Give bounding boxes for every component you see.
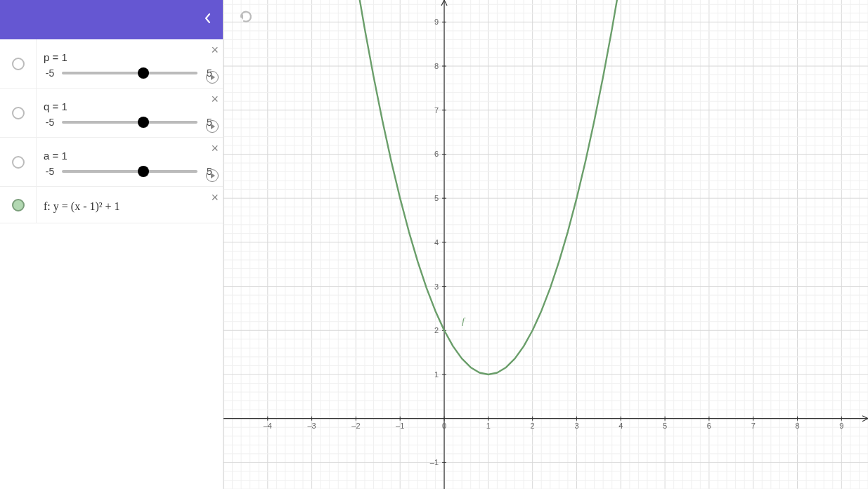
coordinate-plane[interactable]: –4–3–2–10123456789–1123456789f [224,0,868,489]
slider-thumb[interactable] [138,117,149,128]
param-visibility-toggle[interactable] [0,89,37,137]
svg-text:8: 8 [795,422,799,430]
slider-min-label: -5 [44,117,56,128]
slider-track[interactable] [62,121,197,124]
svg-text:–1: –1 [430,458,439,467]
svg-text:2: 2 [531,422,535,430]
circle-icon [12,199,25,211]
param-visibility-toggle[interactable] [0,138,37,186]
svg-text:9: 9 [839,422,843,430]
param-visibility-toggle[interactable] [0,39,37,88]
close-icon[interactable]: × [211,93,219,105]
slider-min-label: -5 [44,166,56,177]
close-icon[interactable]: × [211,142,219,155]
play-icon[interactable] [206,71,219,84]
slider-track[interactable] [62,170,197,173]
svg-text:6: 6 [434,150,439,158]
function-visibility-toggle[interactable] [0,187,37,223]
slider-track[interactable] [62,72,197,74]
slider-thumb[interactable] [138,166,149,177]
undo-icon[interactable] [238,10,254,27]
svg-text:1: 1 [434,370,439,379]
sidebar: × p = 1 -5 5 × q = 1 -5 5 [0,0,224,489]
svg-text:9: 9 [434,18,439,26]
play-icon[interactable] [206,120,219,133]
svg-text:7: 7 [434,106,439,115]
svg-text:3: 3 [434,282,439,291]
param-label: q = 1 [44,100,216,112]
close-icon[interactable]: × [211,191,219,204]
svg-text:5: 5 [663,422,667,430]
param-label: a = 1 [44,150,216,162]
circle-icon [12,58,25,70]
svg-text:f: f [462,315,466,326]
param-row-a: × a = 1 -5 5 [0,138,223,187]
svg-text:4: 4 [618,422,623,430]
function-label: f: y = (x - 1)² + 1 [44,200,216,213]
slider-min-label: -5 [44,67,56,79]
svg-text:–4: –4 [264,422,272,430]
svg-text:5: 5 [434,194,439,202]
close-icon[interactable]: × [211,44,219,56]
slider-thumb[interactable] [138,67,149,79]
param-row-p: × p = 1 -5 5 [0,39,223,89]
svg-text:0: 0 [442,422,446,430]
graph-area[interactable]: –4–3–2–10123456789–1123456789f [224,0,868,489]
function-row[interactable]: × f: y = (x - 1)² + 1 [0,187,223,223]
svg-text:8: 8 [434,62,439,70]
sidebar-header [0,0,223,39]
svg-text:1: 1 [486,422,491,430]
svg-text:6: 6 [707,422,711,430]
circle-icon [12,156,25,169]
svg-text:–1: –1 [396,422,404,430]
svg-text:–3: –3 [307,422,316,430]
svg-text:2: 2 [434,326,439,334]
circle-icon [12,107,25,119]
param-label: p = 1 [44,51,216,63]
svg-text:–2: –2 [351,422,360,430]
svg-text:4: 4 [434,238,439,247]
svg-text:3: 3 [574,422,578,430]
param-row-q: × q = 1 -5 5 [0,89,223,138]
svg-text:7: 7 [751,422,756,430]
play-icon[interactable] [206,169,219,182]
collapse-sidebar-icon[interactable] [205,13,212,27]
